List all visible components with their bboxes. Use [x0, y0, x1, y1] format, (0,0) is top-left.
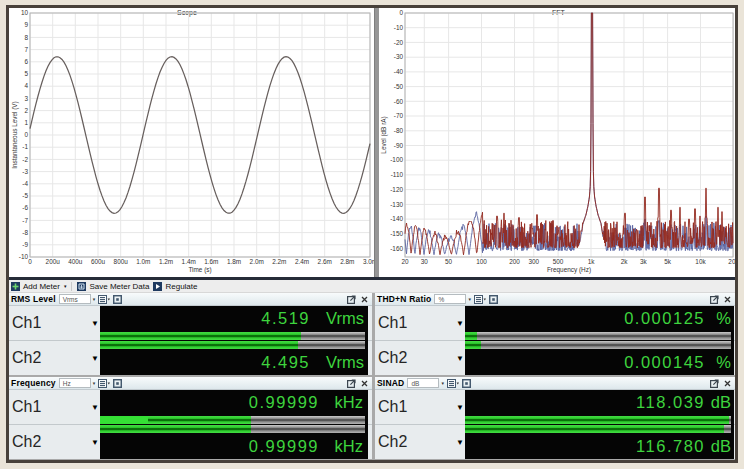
svg-text:-150: -150	[390, 230, 403, 237]
svg-text:-120: -120	[390, 186, 403, 193]
svg-text:1k: 1k	[588, 258, 596, 265]
svg-text:-5: -5	[22, 192, 28, 199]
svg-text:1.2m: 1.2m	[159, 258, 173, 265]
svg-text:-110: -110	[391, 171, 404, 178]
svg-text:2.2m: 2.2m	[272, 258, 286, 265]
svg-text:200: 200	[509, 258, 520, 265]
svg-text:1.8m: 1.8m	[227, 258, 241, 265]
svg-text:200u: 200u	[46, 258, 61, 265]
svg-text:-4: -4	[22, 180, 28, 187]
svg-text:-80: -80	[394, 127, 404, 134]
svg-text:1: 1	[24, 119, 28, 126]
svg-text:2.0m: 2.0m	[250, 258, 264, 265]
svg-text:1.0m: 1.0m	[136, 258, 150, 265]
svg-text:1.4m: 1.4m	[182, 258, 196, 265]
svg-text:500: 500	[553, 258, 564, 265]
svg-text:-130: -130	[390, 201, 403, 208]
svg-text:2k: 2k	[621, 258, 629, 265]
svg-text:-20: -20	[394, 39, 404, 46]
svg-text:-3: -3	[22, 168, 28, 175]
svg-text:1.6m: 1.6m	[204, 258, 218, 265]
svg-text:-7: -7	[22, 217, 28, 224]
svg-text:800u: 800u	[114, 258, 129, 265]
svg-text:0: 0	[24, 131, 28, 138]
svg-text:400u: 400u	[68, 258, 83, 265]
svg-text:3: 3	[24, 95, 28, 102]
svg-text:3k: 3k	[640, 258, 648, 265]
svg-text:50: 50	[445, 258, 453, 265]
svg-text:Instantaneous Level (V): Instantaneous Level (V)	[11, 101, 19, 169]
svg-text:-10: -10	[19, 253, 29, 260]
svg-text:2.6m: 2.6m	[318, 258, 332, 265]
svg-text:300: 300	[528, 258, 539, 265]
svg-text:-160: -160	[390, 245, 403, 252]
svg-text:-6: -6	[22, 204, 28, 211]
svg-text:10: 10	[21, 9, 29, 16]
svg-text:20k: 20k	[728, 258, 735, 265]
svg-text:20: 20	[401, 258, 409, 265]
svg-text:2: 2	[24, 107, 28, 114]
svg-text:Frequency (Hz): Frequency (Hz)	[547, 266, 591, 274]
svg-text:3.0m: 3.0m	[363, 258, 374, 265]
svg-text:10k: 10k	[695, 258, 706, 265]
svg-text:30: 30	[421, 258, 429, 265]
svg-text:-50: -50	[394, 83, 404, 90]
svg-text:6: 6	[24, 58, 28, 65]
svg-text:-90: -90	[394, 142, 404, 149]
svg-text:-8: -8	[22, 229, 28, 236]
svg-text:-40: -40	[394, 68, 404, 75]
svg-text:8: 8	[24, 34, 28, 41]
svg-text:-100: -100	[390, 156, 403, 163]
svg-text:9: 9	[24, 21, 28, 28]
svg-text:-10: -10	[394, 24, 404, 31]
svg-text:Time (s): Time (s)	[188, 266, 211, 274]
svg-text:0: 0	[28, 258, 32, 265]
svg-text:7: 7	[24, 46, 28, 53]
svg-text:-70: -70	[394, 112, 404, 119]
svg-text:5: 5	[24, 70, 28, 77]
svg-text:-140: -140	[390, 215, 403, 222]
svg-text:0: 0	[399, 9, 403, 16]
svg-text:-60: -60	[394, 98, 404, 105]
svg-text:2.4m: 2.4m	[295, 258, 309, 265]
svg-text:100: 100	[476, 258, 487, 265]
svg-text:2.8m: 2.8m	[340, 258, 354, 265]
svg-text:4: 4	[24, 82, 28, 89]
svg-text:-2: -2	[22, 156, 28, 163]
svg-text:-9: -9	[22, 241, 28, 248]
svg-text:-30: -30	[394, 53, 404, 60]
svg-text:Level (dB rA): Level (dB rA)	[380, 116, 388, 153]
svg-text:5k: 5k	[664, 258, 672, 265]
svg-text:-1: -1	[22, 143, 28, 150]
svg-text:600u: 600u	[91, 258, 106, 265]
